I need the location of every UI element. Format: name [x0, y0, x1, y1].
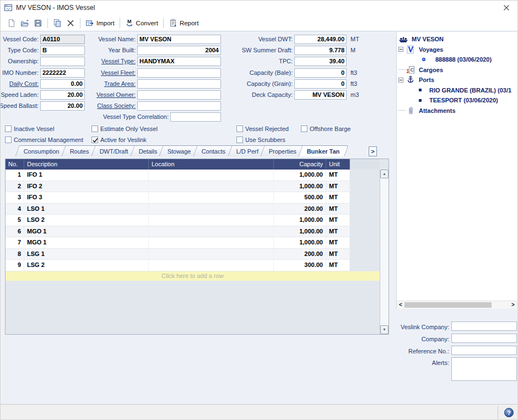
- cell-description[interactable]: IFO 3: [24, 192, 149, 203]
- tree-item-attachments[interactable]: Attachments: [397, 106, 517, 116]
- checkbox-vessel-rejected[interactable]: Vessel Rejected: [236, 125, 289, 133]
- close-icon[interactable]: [502, 3, 511, 12]
- cell-description[interactable]: LSG 1: [24, 249, 149, 260]
- field-reference-no[interactable]: [451, 346, 517, 355]
- cell-capacity[interactable]: 1,000.00: [274, 226, 326, 237]
- cell-capacity[interactable]: 1,000.00: [274, 237, 326, 248]
- field-veslink-company[interactable]: [451, 321, 517, 331]
- tree-item-rio-grande-brazil-031[interactable]: RIO GRANDE (BRAZIL) (03/1: [397, 85, 517, 96]
- cell-capacity[interactable]: 300.00: [274, 260, 326, 271]
- grid-vertical-scrollbar[interactable]: ▲ ▼: [380, 170, 388, 334]
- add-row-button[interactable]: Click here to add a row: [6, 271, 380, 281]
- table-row[interactable]: 5LSO 21,000.00MT: [6, 215, 380, 226]
- checkbox-box-vessel-rejected[interactable]: [236, 126, 243, 132]
- help-icon[interactable]: ?: [504, 408, 514, 417]
- import-button[interactable]: Import: [83, 18, 117, 29]
- save-button[interactable]: [31, 18, 45, 29]
- scrollbar-thumb[interactable]: [404, 302, 492, 308]
- cell-no[interactable]: 4: [6, 204, 24, 215]
- cell-capacity[interactable]: 200.00: [274, 249, 326, 260]
- cell-description[interactable]: MGO 1: [24, 237, 149, 248]
- field-alerts[interactable]: [451, 357, 517, 381]
- column-header-location[interactable]: Location: [149, 159, 274, 170]
- tree-collapse-icon[interactable]: [398, 78, 403, 83]
- table-row[interactable]: 3IFO 3500.00MT: [6, 192, 380, 204]
- cell-capacity[interactable]: 200.00: [274, 204, 326, 215]
- copy-button[interactable]: [51, 18, 64, 29]
- scroll-right-icon[interactable]: >: [509, 301, 517, 309]
- cell-no[interactable]: 2: [6, 181, 24, 192]
- field-sw-summer-draft[interactable]: 9.778: [294, 46, 347, 55]
- tab-bunker-tan[interactable]: Bunker Tan: [298, 145, 348, 156]
- tree-collapse-icon[interactable]: [398, 47, 403, 52]
- tab-dwtdraft[interactable]: DWT/Draft: [91, 145, 137, 156]
- tree-item-voyages[interactable]: Voyages: [397, 45, 517, 55]
- tree-item-cargoes[interactable]: CCargoes: [397, 65, 517, 75]
- cell-capacity[interactable]: 500.00: [274, 192, 326, 203]
- cell-location[interactable]: [149, 249, 274, 260]
- cell-no[interactable]: 5: [6, 215, 24, 226]
- cell-location[interactable]: [149, 170, 274, 181]
- checkbox-commercial-management[interactable]: Commercial Management: [5, 136, 83, 144]
- window-icon[interactable]: [4, 3, 13, 12]
- cell-unit[interactable]: MT: [326, 260, 350, 271]
- convert-button[interactable]: MConvert: [123, 18, 160, 29]
- column-header-capacity[interactable]: Capacity: [274, 159, 326, 170]
- cell-no[interactable]: 9: [6, 260, 24, 271]
- cell-location[interactable]: [149, 181, 274, 192]
- cell-unit[interactable]: MT: [326, 170, 350, 181]
- label-trade-area[interactable]: Trade Area:: [47, 79, 136, 89]
- checkbox-estimate-only-vessel[interactable]: Estimate Only Vessel: [91, 125, 158, 133]
- checkbox-box-commercial-management[interactable]: [5, 137, 12, 143]
- scroll-left-icon[interactable]: <: [397, 301, 404, 309]
- field-vessel-dwt[interactable]: 28,449.00: [294, 35, 347, 44]
- field-class-society[interactable]: [137, 101, 221, 111]
- cell-location[interactable]: [149, 204, 274, 215]
- cell-no[interactable]: 3: [6, 192, 24, 203]
- cell-description[interactable]: IFO 1: [24, 170, 149, 181]
- field-tpc[interactable]: 39.40: [294, 57, 347, 66]
- checkbox-inactive-vessel[interactable]: Inactive Vessel: [5, 125, 54, 133]
- table-row[interactable]: 2IFO 21,000.00MT: [6, 181, 380, 193]
- cell-description[interactable]: IFO 2: [24, 181, 149, 192]
- cell-description[interactable]: LSG 2: [24, 260, 149, 271]
- column-header-no[interactable]: No.: [6, 159, 24, 170]
- cell-no[interactable]: 1: [6, 170, 24, 181]
- cell-unit[interactable]: MT: [326, 204, 350, 215]
- label-vessel-fleet[interactable]: Vessel Fleet:: [47, 68, 136, 78]
- label-daily-cost[interactable]: Daily Cost:: [0, 79, 39, 89]
- cell-no[interactable]: 6: [6, 226, 24, 237]
- tree-item-mv-veson[interactable]: MV VESON: [397, 34, 517, 45]
- open-folder-button[interactable]: [18, 18, 31, 29]
- cell-description[interactable]: LSO 1: [24, 204, 149, 215]
- cell-unit[interactable]: MT: [326, 192, 350, 203]
- column-header-description[interactable]: Description: [24, 159, 149, 170]
- table-row[interactable]: 4LSO 1200.00MT: [6, 204, 380, 215]
- cell-unit[interactable]: MT: [326, 181, 350, 192]
- table-row[interactable]: 9LSG 2300.00MT: [6, 260, 380, 271]
- cell-unit[interactable]: MT: [326, 237, 350, 248]
- cell-location[interactable]: [149, 192, 274, 203]
- delete-x-button[interactable]: [64, 18, 77, 29]
- tree-item-888888-03062020[interactable]: 888888 (03/06/2020): [397, 54, 517, 65]
- cell-capacity[interactable]: 1,000.00: [274, 170, 326, 181]
- checkbox-box-use-scrubbers[interactable]: [236, 137, 243, 143]
- checkbox-active-for-veslink[interactable]: Active for Veslink: [91, 136, 147, 144]
- checkbox-box-offshore-barge[interactable]: [301, 126, 307, 132]
- field-capacity-grain[interactable]: 0: [294, 79, 347, 89]
- table-row[interactable]: 6MGO 11,000.00MT: [6, 226, 380, 238]
- table-row[interactable]: 7MGO 11,000.00MT: [6, 237, 380, 249]
- tree-item-ports[interactable]: Ports: [397, 75, 517, 85]
- cell-no[interactable]: 7: [6, 237, 24, 248]
- checkbox-box-estimate-only-vessel[interactable]: [91, 126, 98, 132]
- cell-capacity[interactable]: 1,000.00: [274, 181, 326, 192]
- scroll-up-icon[interactable]: ▲: [380, 170, 388, 178]
- field-capacity-bale[interactable]: 0: [294, 68, 347, 78]
- cell-location[interactable]: [149, 260, 274, 271]
- field-company[interactable]: [451, 334, 517, 343]
- column-header-unit[interactable]: Unit: [326, 159, 350, 170]
- cell-description[interactable]: LSO 2: [24, 215, 149, 226]
- cell-location[interactable]: [149, 215, 274, 226]
- table-row[interactable]: 1IFO 11,000.00MT: [6, 170, 380, 181]
- label-vessel-type[interactable]: Vessel Type:: [47, 57, 136, 66]
